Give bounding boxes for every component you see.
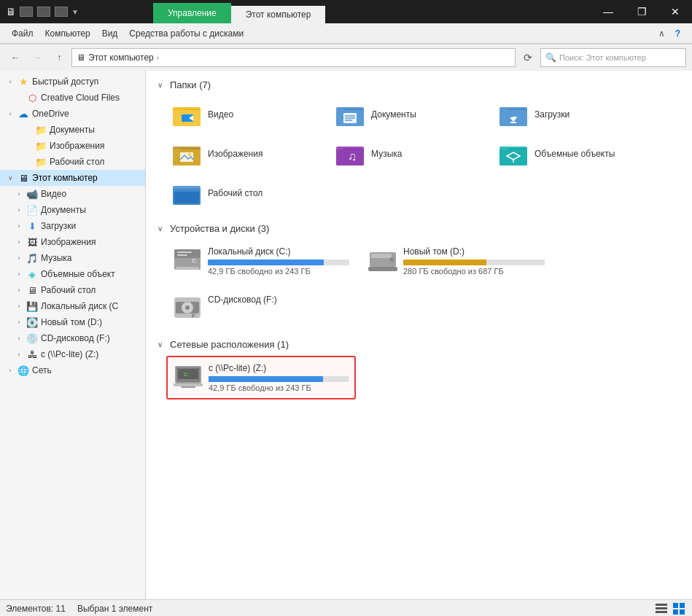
- sidebar-item-tc-new-d[interactable]: › 💽 Новый том (D:): [9, 314, 145, 330]
- title-bar: 🖥 ▼ Управление Этот компьютер — ❐ ✕: [0, 0, 692, 23]
- expand-tc-local-c[interactable]: ›: [15, 302, 23, 311]
- search-box[interactable]: 🔍 Поиск: Этот компьютер: [540, 48, 686, 67]
- network-item-z[interactable]: Z: с (\\Pc-lite) (Z:) 42,9 ГБ свободно и…: [166, 356, 356, 399]
- expand-tc-video[interactable]: ›: [15, 190, 23, 198]
- large-icons-view-icon: [673, 603, 685, 615]
- sidebar-item-tc-documents[interactable]: › 📄 Документы: [9, 202, 145, 218]
- close-button[interactable]: ✕: [658, 0, 692, 23]
- svg-text:♫: ♫: [348, 150, 357, 163]
- folder-item-documents[interactable]: Документы: [330, 96, 490, 133]
- svg-rect-55: [656, 604, 667, 606]
- sidebar-label-tc-network-z: с (\\Pc-lite) (Z:): [41, 349, 98, 359]
- hdd-c-icon: C:: [173, 246, 202, 273]
- sidebar-item-creative-cloud[interactable]: › ⬡ Creative Cloud Files: [9, 90, 145, 106]
- svg-point-19: [188, 153, 191, 156]
- expand-tc-desktop[interactable]: ›: [15, 286, 23, 295]
- menu-view[interactable]: Вид: [96, 26, 124, 41]
- sidebar-item-tc-3d[interactable]: › ◈ Объемные объект: [9, 266, 145, 282]
- address-box[interactable]: 🖥 Этот компьютер ›: [71, 48, 516, 67]
- svg-rect-36: [177, 252, 192, 253]
- device-item-local-c[interactable]: C: Локальный диск (C:) 42,9 ГБ свободно …: [166, 240, 356, 282]
- sidebar-item-network[interactable]: › 🌐 Сеть: [0, 362, 145, 378]
- folder-item-video[interactable]: Видео: [166, 96, 327, 133]
- folders-toggle[interactable]: ∨: [158, 81, 163, 89]
- sidebar-item-od-desktop[interactable]: › 📁 Рабочий стол: [18, 154, 145, 170]
- tab-manage[interactable]: Управление: [153, 3, 231, 23]
- expand-quick-access[interactable]: ›: [6, 77, 15, 86]
- expand-tc-3d[interactable]: ›: [15, 270, 23, 278]
- tc-downloads-icon: ⬇: [26, 220, 38, 232]
- device-item-new-d[interactable]: Новый том (D:) 280 ГБ свободно из 687 ГБ: [362, 240, 551, 282]
- tab-thispc[interactable]: Этот компьютер: [231, 6, 326, 23]
- expand-tc-music[interactable]: ›: [15, 254, 23, 262]
- svg-rect-42: [368, 267, 397, 271]
- network-toggle[interactable]: ∨: [158, 340, 163, 348]
- refresh-button[interactable]: ⟳: [518, 49, 537, 66]
- device-info-new-d: Новый том (D:) 280 ГБ свободно из 687 ГБ: [403, 246, 545, 276]
- sidebar-item-tc-video[interactable]: › 📹 Видео: [9, 186, 145, 202]
- restore-button[interactable]: ❐: [625, 0, 658, 23]
- sidebar-item-od-documents[interactable]: › 📁 Документы: [18, 122, 145, 138]
- expand-this-computer[interactable]: ∨: [6, 174, 15, 182]
- expand-tc-images[interactable]: ›: [15, 238, 23, 246]
- folder-name-desktop: Рабочий стол: [208, 188, 263, 198]
- menu-file[interactable]: Файл: [6, 26, 39, 41]
- ribbon-collapse-chevron[interactable]: ∧: [654, 26, 669, 41]
- devices-list: C: Локальный диск (C:) 42,9 ГБ свободно …: [158, 240, 680, 327]
- view-details-button[interactable]: [654, 601, 669, 616]
- folder-name-images: Изображения: [208, 149, 263, 159]
- sidebar: › ★ Быстрый доступ › ⬡ Creative Cloud Fi…: [0, 71, 146, 599]
- tc-video-icon: 📹: [26, 188, 38, 200]
- expand-tc-new-d[interactable]: ›: [15, 318, 23, 327]
- svg-rect-53: [174, 383, 203, 386]
- minimize-button[interactable]: —: [591, 0, 625, 23]
- folder-item-downloads[interactable]: Загрузки: [493, 96, 653, 133]
- expand-tc-documents[interactable]: ›: [15, 206, 23, 214]
- sidebar-item-quick-access[interactable]: › ★ Быстрый доступ: [0, 74, 145, 90]
- sidebar-item-onedrive[interactable]: › ☁ OneDrive: [0, 106, 145, 122]
- sidebar-label-tc-3d: Объемные объект: [41, 269, 115, 279]
- folder-item-music[interactable]: ♫ Музыка: [330, 136, 490, 172]
- expand-tc-cd-f[interactable]: ›: [15, 334, 23, 343]
- device-space-new-d: 280 ГБ свободно из 687 ГБ: [403, 267, 545, 276]
- sidebar-label-quick-access: Быстрый доступ: [32, 77, 98, 87]
- menu-computer[interactable]: Компьютер: [39, 26, 96, 41]
- expand-onedrive[interactable]: ›: [6, 109, 15, 118]
- folder-icon-downloads: [499, 101, 529, 128]
- expand-tc-downloads[interactable]: ›: [15, 222, 23, 230]
- devices-toggle[interactable]: ∨: [158, 225, 163, 233]
- view-large-icons-button[interactable]: [672, 601, 686, 616]
- device-space-net-z: 42,9 ГБ свободно из 243 ГБ: [209, 383, 349, 392]
- back-button[interactable]: ←: [6, 49, 25, 66]
- expand-network[interactable]: ›: [6, 366, 15, 375]
- device-item-cd-f[interactable]: F: CD-дисковод (F:): [166, 288, 356, 327]
- toolbar-btn-3[interactable]: [55, 7, 68, 17]
- toolbar-dropdown[interactable]: ▼: [71, 8, 79, 16]
- forward-button[interactable]: →: [28, 49, 47, 66]
- folder-item-3d[interactable]: Объемные объекты: [493, 136, 653, 172]
- svg-rect-59: [680, 603, 685, 608]
- svg-rect-52: [181, 386, 195, 388]
- sidebar-label-onedrive: OneDrive: [32, 109, 69, 119]
- up-button[interactable]: ↑: [50, 49, 69, 66]
- sidebar-item-tc-local-c[interactable]: › 💾 Локальный диск (С: [9, 298, 145, 314]
- net-z-icon: Z:: [174, 363, 203, 389]
- toolbar-btn-2[interactable]: [37, 7, 50, 17]
- folder-item-images[interactable]: Изображения: [166, 136, 327, 172]
- sidebar-item-od-images[interactable]: › 📁 Изображения: [18, 138, 145, 154]
- folder-item-desktop[interactable]: Рабочий стол: [166, 175, 327, 211]
- device-name-net-z: с (\\Pc-lite) (Z:): [209, 363, 349, 373]
- sidebar-label-tc-documents: Документы: [41, 205, 86, 215]
- sidebar-item-tc-music[interactable]: › 🎵 Музыка: [9, 250, 145, 266]
- expand-tc-network-z[interactable]: ›: [15, 350, 23, 359]
- toolbar-btn-1[interactable]: [20, 7, 33, 17]
- menu-disk-tools[interactable]: Средства работы с дисками: [123, 26, 249, 41]
- sidebar-item-tc-downloads[interactable]: › ⬇ Загрузки: [9, 218, 145, 234]
- sidebar-item-tc-desktop[interactable]: › 🖥 Рабочий стол: [9, 282, 145, 298]
- ribbon-help-button[interactable]: ?: [669, 26, 686, 41]
- svg-rect-37: [177, 254, 187, 256]
- sidebar-item-this-computer[interactable]: ∨ 🖥 Этот компьютер: [0, 170, 145, 186]
- sidebar-item-tc-network-z[interactable]: › 🖧 с (\\Pc-lite) (Z:): [9, 346, 145, 362]
- sidebar-item-tc-images[interactable]: › 🖼 Изображения: [9, 234, 145, 250]
- sidebar-item-tc-cd-f[interactable]: › 💿 CD-дисковод (F:): [9, 330, 145, 346]
